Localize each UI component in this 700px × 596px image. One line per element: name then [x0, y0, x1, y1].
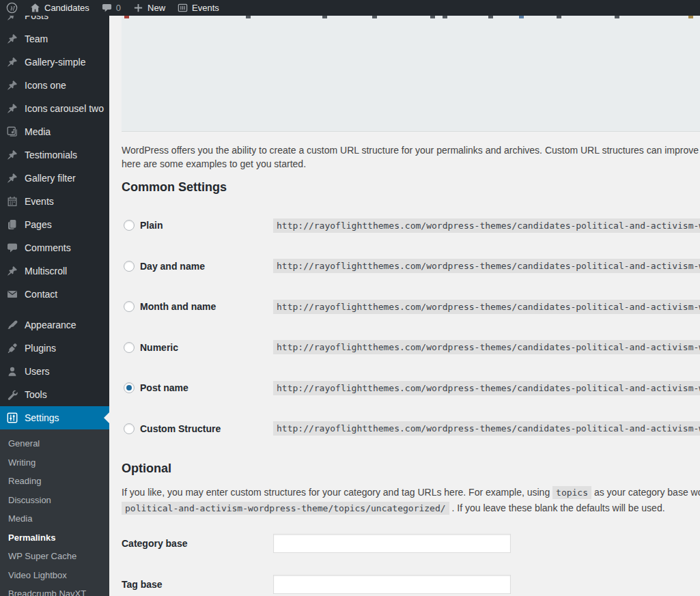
tag-base-label: Tag base — [122, 579, 273, 590]
sidebar-item-users[interactable]: Users — [0, 360, 109, 383]
events-icon — [178, 3, 188, 13]
sidebar-item-label: Gallery-simple — [25, 57, 85, 68]
new-content-menu[interactable]: New — [127, 0, 171, 16]
sidebar-item-team[interactable]: Team — [0, 27, 109, 51]
admin-sidebar: PostsTeamGallery-simpleIcons oneIcons ca… — [0, 0, 109, 596]
sidebar-item-events[interactable]: Events — [0, 190, 109, 213]
option-label: Numeric — [140, 342, 273, 353]
option-label: Post name — [140, 382, 273, 393]
sidebar-item-comments[interactable]: Comments — [0, 236, 109, 259]
permalink-options: Plainhttp://rayoflightthemes.com/wordpre… — [122, 218, 700, 436]
wordpress-logo-icon — [6, 2, 18, 14]
sidebar-item-label: Contact — [25, 289, 57, 300]
permalink-example-url: http://rayoflightthemes.com/wordpress-th… — [273, 300, 700, 314]
comment-count: 0 — [116, 3, 121, 13]
pin-icon — [5, 102, 19, 115]
clipped-text-fragment — [557, 16, 561, 18]
permalink-option-plain: Plainhttp://rayoflightthemes.com/wordpre… — [122, 218, 700, 233]
radio-day-and-name[interactable] — [124, 261, 135, 272]
submenu-item-reading[interactable]: Reading — [0, 472, 109, 491]
clipped-text-fragment — [246, 16, 251, 18]
admin-bar: Candidates 0 New Events — [0, 0, 700, 16]
pin-icon — [5, 148, 19, 162]
clipped-text-fragment — [124, 16, 129, 18]
site-menu[interactable]: Candidates — [24, 0, 96, 16]
events-menu[interactable]: Events — [171, 0, 225, 16]
plug-icon — [5, 341, 19, 355]
category-base-input[interactable] — [273, 534, 511, 553]
tag-base-input[interactable] — [273, 575, 511, 594]
media-icon — [5, 125, 19, 139]
sidebar-item-label: Icons one — [25, 80, 66, 91]
sidebar-item-tools[interactable]: Tools — [0, 383, 109, 406]
site-name: Candidates — [44, 3, 89, 13]
sidebar-item-appearance[interactable]: Appearance — [0, 313, 109, 337]
radio-custom-structure[interactable] — [124, 423, 135, 434]
sidebar-item-testimonials[interactable]: Testimonials — [0, 143, 109, 167]
comments-icon — [5, 241, 19, 255]
permalink-example-url: http://rayoflightthemes.com/wordpress-th… — [273, 381, 700, 395]
permalink-option-post-name: Post namehttp://rayoflightthemes.com/wor… — [122, 380, 700, 395]
example-permalink-code: political-and-activism-wordpress-theme/t… — [122, 502, 449, 515]
sidebar-item-gallery-filter[interactable]: Gallery filter — [0, 167, 109, 190]
home-icon — [30, 3, 40, 13]
new-label: New — [148, 3, 165, 13]
comment-bubble-icon — [102, 3, 112, 13]
permalink-example-url: http://rayoflightthemes.com/wordpress-th… — [273, 340, 700, 354]
radio-month-and-name[interactable] — [124, 301, 135, 312]
plus-icon — [133, 3, 143, 13]
option-label: Custom Structure — [140, 423, 273, 434]
sidebar-menu: PostsTeamGallery-simpleIcons oneIcons ca… — [0, 0, 109, 429]
intro-line-2: here are some examples to get you starte… — [122, 157, 700, 171]
optional-description: If you like, you may enter custom struct… — [122, 485, 700, 516]
submenu-item-breadcrumb-navxt[interactable]: Breadcrumb NavXT — [0, 584, 109, 596]
comments-menu[interactable]: 0 — [96, 0, 127, 16]
submenu-item-media[interactable]: Media — [0, 509, 109, 528]
sidebar-item-media[interactable]: Media — [0, 120, 109, 143]
clipped-text-fragment — [688, 16, 693, 18]
radio-plain[interactable] — [124, 220, 135, 231]
sidebar-item-icons-one[interactable]: Icons one — [0, 74, 109, 97]
wrench-icon — [5, 388, 19, 401]
pages-icon — [5, 218, 19, 231]
optional-desc-text: If you like, you may enter custom struct… — [122, 487, 550, 498]
brush-icon — [5, 318, 19, 332]
submenu-item-general[interactable]: General — [0, 434, 109, 453]
events-label: Events — [192, 3, 219, 13]
top-notice-box — [122, 16, 700, 132]
submenu-item-permalinks[interactable]: Permalinks — [0, 528, 109, 548]
submenu-item-wp-super-cache[interactable]: WP Super Cache — [0, 547, 109, 566]
sidebar-item-settings[interactable]: Settings — [0, 406, 109, 429]
radio-post-name[interactable] — [124, 382, 135, 393]
wordpress-menu[interactable] — [0, 0, 24, 16]
clipped-text-fragment — [519, 16, 524, 18]
sidebar-item-label: Multiscroll — [25, 266, 67, 276]
optional-desc-text: . If you leave these blank the defaults … — [452, 502, 665, 513]
sidebar-item-label: Plugins — [25, 343, 56, 354]
sidebar-item-label: Icons carousel two — [25, 103, 104, 114]
sidebar-item-multiscroll[interactable]: Multiscroll — [0, 259, 109, 283]
pin-icon — [5, 55, 19, 69]
permalinks-intro: WordPress offers you the ability to crea… — [122, 143, 700, 171]
sidebar-item-label: Events — [25, 196, 54, 207]
sidebar-item-label: Comments — [25, 242, 71, 253]
option-label: Day and name — [140, 261, 273, 272]
sidebar-item-pages[interactable]: Pages — [0, 213, 109, 236]
sidebar-item-icons-carousel-two[interactable]: Icons carousel two — [0, 97, 109, 120]
radio-numeric[interactable] — [124, 342, 135, 353]
submenu-item-video-lightbox[interactable]: Video Lightbox — [0, 566, 109, 585]
option-label: Month and name — [140, 301, 273, 312]
clipped-text-fragment — [615, 16, 619, 18]
sidebar-item-plugins[interactable]: Plugins — [0, 337, 109, 360]
intro-line-1: WordPress offers you the ability to crea… — [122, 143, 700, 157]
pin-icon — [5, 171, 19, 185]
mail-icon — [5, 287, 19, 301]
submenu-item-discussion[interactable]: Discussion — [0, 491, 109, 510]
main-content: WordPress offers you the ability to crea… — [109, 0, 700, 596]
sidebar-item-gallery-simple[interactable]: Gallery-simple — [0, 51, 109, 74]
sidebar-item-contact[interactable]: Contact — [0, 283, 109, 306]
pin-icon — [5, 32, 19, 46]
sidebar-item-label: Appearance — [25, 320, 76, 330]
submenu-item-writing[interactable]: Writing — [0, 453, 109, 472]
optional-fields: Category base Tag base — [122, 534, 700, 594]
